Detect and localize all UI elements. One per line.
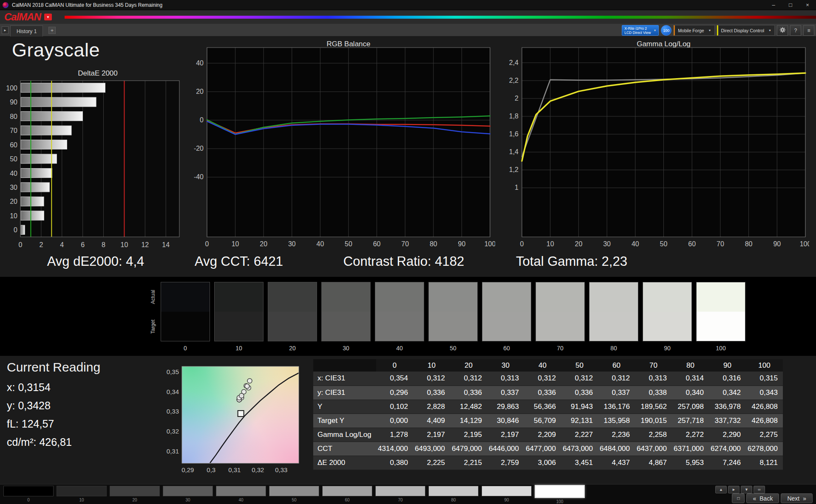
minimize-button[interactable]: – bbox=[765, 0, 782, 10]
swatch-target bbox=[428, 312, 478, 341]
table-cell: 8,121 bbox=[746, 456, 783, 470]
svg-text:10: 10 bbox=[10, 212, 17, 220]
table-cell: 6479,000 bbox=[450, 442, 487, 456]
calman-logo-menu[interactable]: CalMAN ▼ bbox=[3, 11, 53, 25]
svg-text:0,32: 0,32 bbox=[252, 466, 264, 473]
table-cell: 5,953 bbox=[672, 456, 709, 470]
chevron-down-icon: ▼ bbox=[653, 29, 656, 32]
add-tab-button[interactable]: + bbox=[48, 27, 56, 34]
patch-window-button[interactable]: □ bbox=[732, 493, 745, 503]
table-cell: 7,246 bbox=[709, 456, 746, 470]
patch-60[interactable] bbox=[322, 486, 372, 496]
next-chevron-icon: » bbox=[803, 495, 806, 502]
settings-button[interactable] bbox=[777, 25, 788, 36]
display-control-button[interactable]: Direct Display Control ▼ bbox=[717, 25, 775, 36]
back-button[interactable]: « Back bbox=[746, 493, 779, 503]
patch-100[interactable] bbox=[535, 485, 585, 498]
actual-row-label: Actual bbox=[150, 282, 156, 312]
svg-text:2: 2 bbox=[39, 241, 43, 248]
history-nav-button[interactable]: ► bbox=[2, 26, 8, 34]
stat-total-gamma: Total Gamma: 2,23 bbox=[516, 254, 627, 269]
menu-icon: ≡ bbox=[807, 28, 810, 34]
gear-icon bbox=[779, 27, 786, 34]
play-button[interactable]: ► bbox=[728, 486, 740, 493]
save-button[interactable]: ▼ bbox=[741, 486, 752, 493]
swatch-label: 50 bbox=[428, 345, 478, 352]
svg-text:30: 30 bbox=[288, 240, 296, 248]
table-cell: 4314,000 bbox=[376, 442, 413, 456]
chevron-down-icon: ▼ bbox=[768, 29, 771, 32]
table-cell: 0,337 bbox=[487, 386, 524, 400]
table-row-label: Gamma Log/Log bbox=[313, 428, 376, 442]
table-col-header: 10 bbox=[413, 359, 450, 372]
svg-text:70: 70 bbox=[717, 240, 724, 248]
table-row: Y0,1022,82812,48229,86356,36691,943136,1… bbox=[313, 400, 783, 414]
table-cell: 12,482 bbox=[450, 400, 487, 414]
svg-text:20: 20 bbox=[10, 198, 17, 205]
source-select-button[interactable]: Mobile Forge ▼ bbox=[674, 25, 714, 36]
svg-text:80: 80 bbox=[10, 113, 17, 120]
next-button[interactable]: Next » bbox=[781, 493, 813, 503]
svg-text:90: 90 bbox=[458, 240, 466, 248]
table-cell: 0,337 bbox=[598, 386, 635, 400]
meter-button[interactable]: ▲ bbox=[715, 486, 727, 493]
meter-icon: ▲ bbox=[719, 487, 723, 492]
meter-mode: LCD Direct View bbox=[624, 31, 651, 35]
table-col-header: 0 bbox=[376, 359, 413, 372]
current-reading-title: Current Reading bbox=[7, 360, 100, 374]
meter-status-badge[interactable]: 100 bbox=[661, 25, 672, 36]
maximize-button[interactable]: □ bbox=[782, 0, 799, 10]
link-button[interactable]: ∞ bbox=[754, 486, 765, 493]
table-cell: 0,354 bbox=[376, 372, 413, 386]
grayscale-swatch-50: 50 bbox=[428, 282, 478, 352]
current-reading-x: x: 0,3154 bbox=[7, 381, 51, 394]
patch-30[interactable] bbox=[163, 486, 213, 496]
table-cell: 29,863 bbox=[487, 400, 524, 414]
patch-0[interactable] bbox=[3, 486, 54, 496]
logo-dropdown-icon[interactable]: ▼ bbox=[44, 14, 52, 20]
patch-cell: 70 bbox=[375, 486, 425, 504]
swatch-target bbox=[268, 312, 317, 341]
patch-bar: 0102030405060708090100 ▲►▼∞ □ « Back Nex… bbox=[0, 484, 816, 504]
patch-90[interactable] bbox=[482, 486, 532, 496]
menu-button[interactable]: ≡ bbox=[803, 25, 814, 36]
patch-70[interactable] bbox=[375, 486, 425, 496]
table-row-label: Y bbox=[313, 400, 376, 414]
patch-40[interactable] bbox=[216, 486, 266, 496]
tab-history-1[interactable]: History 1 bbox=[10, 25, 43, 37]
swatch-label: 70 bbox=[536, 345, 585, 352]
table-row: x: CIE310,3540,3120,3120,3130,3120,3120,… bbox=[313, 372, 783, 386]
patch-10[interactable] bbox=[57, 486, 107, 496]
table-corner bbox=[313, 359, 376, 372]
svg-text:0,35: 0,35 bbox=[167, 368, 179, 375]
table-cell: 6437,000 bbox=[635, 442, 672, 456]
grayscale-swatch-100: 100 bbox=[696, 282, 745, 352]
meter-select-button[interactable]: X-Rite i1Pro 2 LCD Direct View ▼ bbox=[622, 25, 659, 36]
patch-50[interactable] bbox=[269, 486, 319, 496]
stat-avg-cct: Avg CCT: 6421 bbox=[195, 254, 283, 269]
table-cell: 257,098 bbox=[672, 400, 709, 414]
svg-text:1: 1 bbox=[515, 184, 518, 191]
table-cell: 2,759 bbox=[487, 456, 524, 470]
help-button[interactable]: ? bbox=[790, 25, 801, 36]
nav-small-buttons: ▲►▼∞ bbox=[715, 486, 765, 493]
svg-text:10: 10 bbox=[232, 240, 239, 248]
svg-text:0,33: 0,33 bbox=[167, 408, 179, 415]
patch-cell: 20 bbox=[110, 486, 160, 504]
chevron-down-icon: ▼ bbox=[708, 29, 711, 32]
table-cell: 2,272 bbox=[672, 428, 709, 442]
svg-text:60: 60 bbox=[10, 141, 17, 149]
patch-cell: 40 bbox=[216, 486, 266, 504]
patch-80[interactable] bbox=[428, 486, 479, 496]
table-cell: 0,336 bbox=[524, 386, 561, 400]
table-cell: 336,978 bbox=[709, 400, 746, 414]
table-cell: 0,340 bbox=[672, 386, 709, 400]
patch-20[interactable] bbox=[110, 486, 160, 496]
patch-label: 90 bbox=[482, 498, 532, 502]
close-button[interactable]: × bbox=[799, 0, 816, 10]
gamma-log-chart: 010203040506070809010011,21,41,61,822,22… bbox=[494, 45, 809, 252]
patch-strip: 0102030405060708090100 bbox=[3, 486, 585, 504]
svg-text:0,32: 0,32 bbox=[167, 428, 179, 435]
swatch-label: 0 bbox=[161, 345, 210, 352]
page-title: Grayscale bbox=[12, 39, 100, 61]
